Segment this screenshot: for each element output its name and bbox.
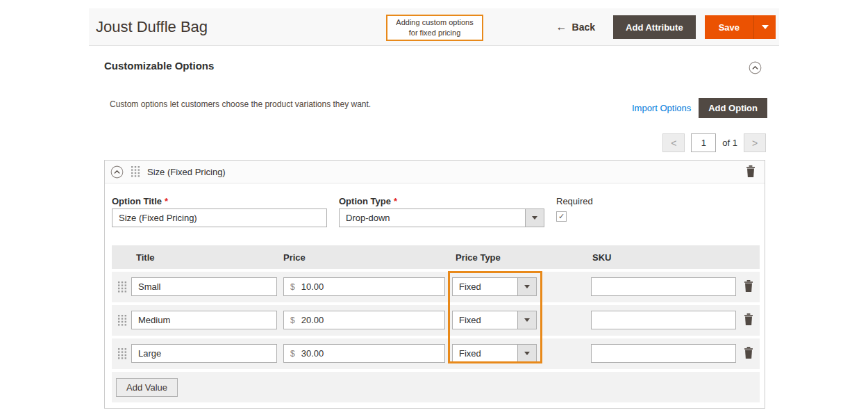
header-actions: ← Back Add Attribute Save <box>556 15 776 39</box>
admin-content: Joust Duffle Bag Adding custom options f… <box>89 0 779 417</box>
column-header-sku: SKU <box>592 252 611 263</box>
row-drag-handle[interactable] <box>118 281 126 295</box>
section-actions: Import Options Add Option <box>632 98 767 118</box>
value-title-input[interactable] <box>131 277 277 296</box>
select-arrow-button[interactable] <box>517 345 536 362</box>
select-arrow-button[interactable] <box>517 278 536 295</box>
value-price-field: $ <box>283 277 445 296</box>
add-value-row: Add Value <box>112 372 760 402</box>
add-attribute-button[interactable]: Add Attribute <box>613 15 696 39</box>
option-panel-header: Size (Fixed Pricing) <box>105 161 765 183</box>
annotation-line-1: Adding custom options <box>396 17 473 28</box>
required-label: Required <box>556 196 593 206</box>
price-type-selected-value: Fixed <box>453 311 517 329</box>
annotation-line-2: for fixed pricing <box>409 28 461 38</box>
value-price-field: $ <box>283 344 445 363</box>
previous-page-button[interactable]: < <box>662 133 685 152</box>
select-arrow-button[interactable] <box>517 311 536 329</box>
required-checkbox[interactable]: ✓ <box>556 211 567 222</box>
value-title-input[interactable] <box>131 344 277 363</box>
value-price-input[interactable] <box>300 348 444 359</box>
section-title: Customizable Options <box>104 60 214 72</box>
trash-icon <box>744 347 753 359</box>
add-value-button[interactable]: Add Value <box>116 378 178 397</box>
option-type-selected-value: Drop-down <box>340 209 525 227</box>
price-type-selected-value: Fixed <box>453 345 517 362</box>
option-panel: Size (Fixed Pricing) Option Title* Optio… <box>104 160 765 409</box>
back-button[interactable]: ← Back <box>556 21 595 33</box>
column-header-title: Title <box>136 252 155 263</box>
option-title-label: Option Title* <box>112 196 168 206</box>
delete-value-button[interactable] <box>744 347 753 361</box>
section-description: Custom options let customers choose the … <box>110 99 371 109</box>
page-title: Joust Duffle Bag <box>96 18 208 36</box>
column-header-price-type: Price Type <box>456 252 501 263</box>
section-collapse-button[interactable] <box>749 61 762 77</box>
value-price-input[interactable] <box>300 314 444 326</box>
option-type-label-text: Option Type <box>339 196 391 206</box>
chevron-up-circle-icon <box>749 61 762 74</box>
page-count-label: of 1 <box>722 138 737 148</box>
option-panel-title: Size (Fixed Pricing) <box>147 167 226 177</box>
page-number-input[interactable] <box>691 133 716 152</box>
trash-icon <box>744 280 753 292</box>
value-sku-input[interactable] <box>591 344 736 363</box>
drag-handle-icon <box>118 281 126 293</box>
caret-down-icon <box>524 352 530 355</box>
price-type-select[interactable]: Fixed <box>452 311 537 329</box>
caret-down-icon <box>524 318 530 322</box>
delete-value-button[interactable] <box>744 280 753 294</box>
caret-down-icon <box>532 216 537 220</box>
price-type-selected-value: Fixed <box>453 278 517 295</box>
value-sku-input[interactable] <box>591 311 736 329</box>
chevron-up-circle-icon <box>110 165 124 179</box>
option-type-label: Option Type* <box>339 196 397 206</box>
add-option-button[interactable]: Add Option <box>699 98 767 118</box>
next-page-button[interactable]: > <box>744 133 766 152</box>
drag-handle-icon <box>118 348 126 359</box>
currency-symbol: $ <box>284 349 300 359</box>
required-asterisk: * <box>165 196 168 206</box>
back-arrow-icon: ← <box>556 21 567 33</box>
value-price-input[interactable] <box>300 281 444 293</box>
currency-symbol: $ <box>284 282 300 292</box>
value-row-large: $ Fixed <box>112 338 760 369</box>
drag-handle-icon <box>118 315 126 326</box>
option-type-select[interactable]: Drop-down <box>339 208 544 227</box>
row-drag-handle[interactable] <box>118 348 126 362</box>
back-label: Back <box>572 22 595 33</box>
page-header: Joust Duffle Bag Adding custom options f… <box>89 8 779 46</box>
checkmark-icon: ✓ <box>558 213 565 220</box>
caret-down-icon <box>524 285 530 288</box>
value-title-input[interactable] <box>131 311 277 329</box>
required-asterisk: * <box>394 196 397 206</box>
option-values-table: Title Price Price Type SKU $ Fixed <box>112 245 760 402</box>
option-collapse-button[interactable] <box>110 165 124 179</box>
save-dropdown-toggle[interactable] <box>754 15 776 39</box>
row-drag-handle[interactable] <box>118 315 126 329</box>
delete-option-button[interactable] <box>746 165 756 179</box>
option-drag-handle[interactable] <box>131 166 140 177</box>
values-table-header: Title Price Price Type SKU <box>112 245 760 269</box>
price-type-select[interactable]: Fixed <box>452 277 537 296</box>
select-arrow-button[interactable] <box>525 209 544 227</box>
trash-icon <box>746 165 756 177</box>
save-button[interactable]: Save <box>705 15 754 39</box>
import-options-link[interactable]: Import Options <box>632 103 691 113</box>
chevron-left-icon: < <box>671 138 676 149</box>
caret-down-icon <box>762 25 769 29</box>
value-price-field: $ <box>283 311 445 329</box>
value-sku-input[interactable] <box>591 277 736 296</box>
option-title-input[interactable] <box>112 208 327 227</box>
annotation-callout: Adding custom options for fixed pricing <box>386 15 483 41</box>
chevron-right-icon: > <box>752 138 758 149</box>
delete-value-button[interactable] <box>744 313 753 327</box>
column-header-price: Price <box>283 252 306 263</box>
save-split-button: Save <box>705 15 776 39</box>
pagination: < of 1 > <box>662 133 766 152</box>
drag-handle-icon <box>131 166 140 177</box>
currency-symbol: $ <box>284 316 300 325</box>
value-row-medium: $ Fixed <box>112 305 760 336</box>
price-type-select[interactable]: Fixed <box>452 344 537 363</box>
trash-icon <box>744 313 753 325</box>
